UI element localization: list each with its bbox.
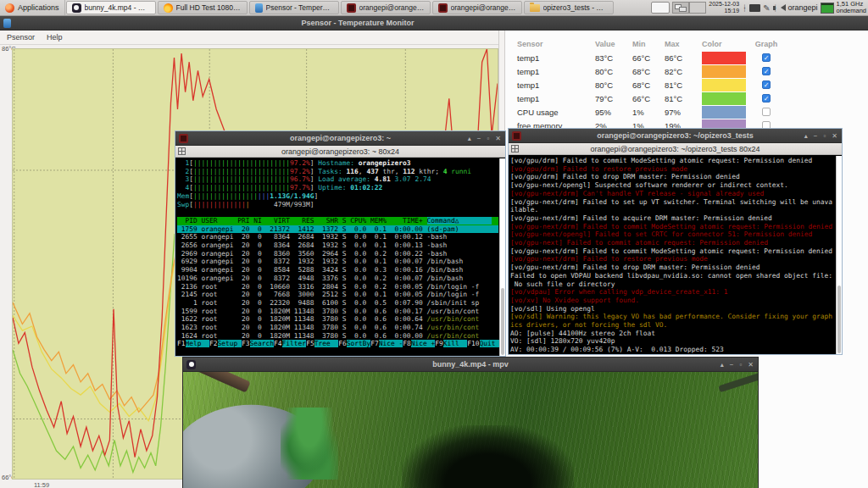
process-row[interactable]: 1599 root 20 0 1820M 11348 3780 S 0.0 0.… [177,308,498,316]
applications-menu-button[interactable]: Applications [0,0,65,15]
workspace-2[interactable] [689,2,706,14]
folder-icon [530,4,540,12]
cpu-graph-applet[interactable] [821,3,834,14]
graph-checkbox[interactable]: ✓ [762,53,771,62]
column-header[interactable]: Color [702,40,749,48]
taskbar-task-button[interactable]: Psensor - Temperature ... [249,1,339,14]
menu-psensor[interactable]: Psensor [7,33,35,42]
bluetooth-icon[interactable]: ᛂ [742,1,747,15]
process-row[interactable]: 1624 root 20 0 1820M 11348 3780 S 0.0 0.… [177,332,498,341]
clock[interactable]: 2025-12-03 15:19 [709,1,739,14]
taskbar-task-button[interactable]: Full HD Test 1080p - You... [158,1,248,14]
system-tray: 2025-12-03 15:19 ᛂ ✎ ᛂ orangepi 1,51 GHz… [651,0,868,15]
taskbar-task-button[interactable]: opizero3_tests - Thunar [524,1,614,14]
graph-checkbox[interactable] [762,108,771,116]
shade-button[interactable]: ▴ [721,361,724,369]
sensor-cell: 95% [595,108,632,117]
terminal1-scroll-thumb[interactable] [501,288,504,355]
terminal2-tabbar[interactable]: orangepi@orangepizero3: ~/opizero3_tests… [509,143,842,155]
maximize-button[interactable]: ▫ [487,135,489,142]
terminal-line: Swp[|||||||||||||| 479M/993M] [177,201,498,209]
terminal2-scroll-thumb[interactable] [837,286,841,353]
htop-function-keys[interactable]: F1Help F2Setup F3SearchF4FilterF5Tree F6… [177,340,498,348]
clock-time: 15:19 [709,8,739,14]
mpv-window: bunny_4k.mp4 - mpv ▴ − ▫ ✕ [182,357,759,488]
taskbar-task-button[interactable]: orangepi@orangepizero... [432,1,522,14]
terminal2-body[interactable]: [vo/gpu/drm] Failed to commit ModeSettin… [509,156,842,354]
terminal2-scrollbar[interactable] [836,156,842,354]
taskbar-task-button[interactable]: orangepi@orangepizero... [341,1,431,14]
process-row[interactable]: 2969 orangepi 20 0 8360 3560 2964 S 0.0 … [177,250,498,258]
volume-icon[interactable] [781,4,786,11]
psensor-titlebar[interactable]: Psensor - Temperature Monitor [0,16,868,30]
mpv-video-area[interactable] [183,372,758,488]
terminal1-titlebar[interactable]: orangepi@orangepizero3: ~ ▴ − ▫ ✕ [175,131,505,146]
column-header[interactable]: Value [595,40,632,48]
process-row[interactable]: 2655 orangepi 20 0 8364 2684 1932 S 0.0 … [177,233,498,241]
sensor-row[interactable]: temp180°C68°C82°C✓ [517,64,783,78]
column-header[interactable]: Sensor [517,40,595,48]
terminal-line: [vo/gpu-next/drm] Can't handle VT releas… [510,190,835,198]
terminal1-title: orangepi@orangepizero3: ~ [175,134,505,142]
psensor-icon [3,19,11,28]
tray-username: orangepi [788,3,818,12]
sensor-cell: 82°C [665,67,702,76]
maximize-button[interactable]: ▫ [739,361,742,369]
close-button[interactable]: ✕ [748,361,754,369]
terminal-line: [vo/xv] No Xvideo support found. [510,297,835,305]
show-desktop-button[interactable] [651,2,670,14]
close-button[interactable]: ✕ [832,132,837,140]
graph-checkbox[interactable]: ✓ [762,80,771,89]
sensor-row[interactable]: temp179°C66°C81°C✓ [517,92,783,105]
process-row[interactable]: 2136 root 20 0 10660 3316 2804 S 0.0 0.2… [177,283,498,291]
process-row[interactable]: 10196 orangepi 20 0 8372 4948 3376 S 0.0… [177,274,498,283]
sensor-row[interactable]: CPU usage95%1%97% [517,105,783,119]
leaves [281,408,338,480]
workspace-1[interactable] [672,2,689,14]
terminal-icon [512,131,521,141]
taskbar-task-button[interactable]: bunny_4k.mp4 - mpv [66,1,156,14]
column-header[interactable]: Min [632,40,665,48]
process-row[interactable]: 2656 orangepi 20 0 8364 2684 1932 S 0.0 … [177,241,498,250]
terminal1-tabbar[interactable]: orangepi@orangepizero3: ~ 80x24 [175,146,505,158]
terminal-icon [347,3,356,13]
sensor-row[interactable]: temp180°C68°C81°C✓ [517,78,783,92]
minimize-button[interactable]: − [730,361,734,369]
process-row[interactable]: 2145 root 20 0 7668 3000 2512 S 0.0 0.1 … [177,291,498,299]
shade-button[interactable]: ▴ [804,132,808,140]
graph-checkbox[interactable]: ✓ [762,94,771,103]
process-row[interactable]: 1759 orangepi 20 0 21372 1412 1372 S 0.0… [177,225,498,234]
task-label: opizero3_tests - Thunar [543,3,608,12]
terminal-line: [vo/gpu/drm] Failed to commit ModeSettin… [510,157,835,165]
minimize-button[interactable]: − [814,132,818,140]
process-row[interactable]: 9904 orangepi 20 0 8584 5288 3424 S 0.0 … [177,266,498,274]
menu-help[interactable]: Help [47,33,63,42]
input-pen-icon[interactable]: ✎ [763,1,770,15]
minimize-button[interactable]: − [477,135,481,142]
terminal1-body[interactable]: 1[||||||||||||||||||||||||97.2%] Hostnam… [175,158,505,356]
process-row[interactable]: 1 root 20 0 22320 9488 6100 S 0.0 0.5 0:… [177,299,498,308]
process-row[interactable]: 6929 orangepi 20 0 8372 1932 1932 S 0.0 … [177,258,498,266]
terminal-line: VO: [sdl] 1280x720 yuv420p [510,337,835,346]
terminal1-scrollbar[interactable] [499,158,505,356]
graph-checkbox[interactable]: ✓ [762,67,771,75]
sensor-cell: 86°C [665,53,702,63]
maximize-button[interactable]: ▫ [823,132,826,140]
cpu-frequency-applet[interactable]: 1,51 GHz ondemand [837,1,866,14]
terminal2-titlebar[interactable]: orangepi@orangepizero3: ~/opizero3_tests… [509,129,842,143]
workspace-switcher[interactable] [672,2,706,14]
close-button[interactable]: ✕ [495,135,501,142]
mpv-titlebar[interactable]: bunny_4k.mp4 - mpv ▴ − ▫ ✕ [183,358,758,372]
column-header[interactable]: Max [665,40,702,48]
process-row[interactable]: 1622 root 20 0 1820M 11348 3780 S 0.0 0.… [177,315,498,324]
keyboard-indicator-icon[interactable] [749,4,760,12]
column-header[interactable]: Graph [749,40,783,48]
terminal-line: 2[||||||||||||||||||||||||97.2%] Tasks: … [177,168,498,176]
terminal-line: ics drivers, or not forcing the sdl VO. [510,321,835,330]
terminal-line: [vo/gpu-next] Failed to commit atomic re… [510,239,835,247]
sensor-cell: 80°C [595,67,632,76]
sensor-row[interactable]: temp183°C66°C86°C✓ [517,51,783,64]
process-row[interactable]: 1623 root 20 0 1820M 11348 3780 S 0.0 0.… [177,324,498,332]
terminal-line: [vo/gpu/drm] Failed to drop DRM master: … [510,173,835,181]
shade-button[interactable]: ▴ [468,135,471,142]
